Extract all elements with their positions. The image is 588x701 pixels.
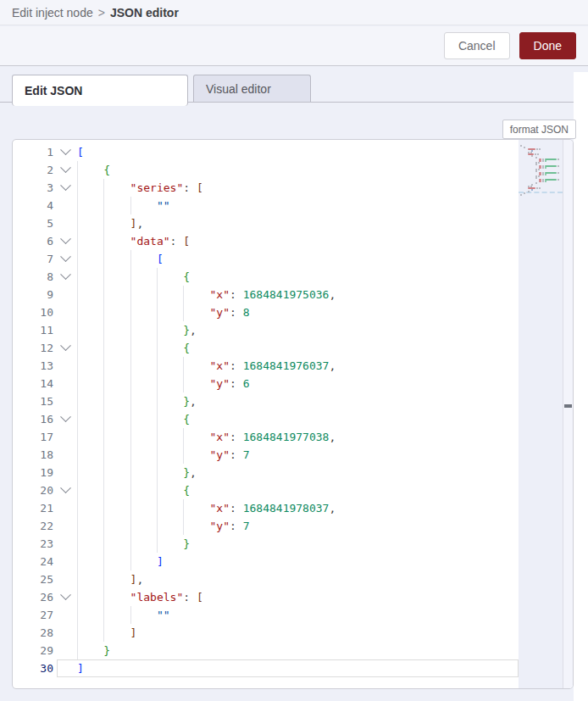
indent-guide	[103, 286, 104, 303]
code-line[interactable]: 13"x": 1684841976037,	[13, 357, 519, 375]
json-code-editor[interactable]: 1[2{3"series": [4""5],6"data": [7[8{9"x"…	[12, 139, 574, 689]
code-line[interactable]: 28]	[13, 624, 519, 642]
code-text[interactable]: [	[77, 143, 519, 161]
code-line[interactable]: 19},	[13, 464, 519, 481]
code-text[interactable]: {	[77, 410, 519, 428]
code-text[interactable]: {	[77, 268, 519, 286]
tab-edit-json[interactable]: Edit JSON	[12, 75, 188, 106]
code-text[interactable]: ""	[77, 197, 519, 214]
indent-guide	[157, 375, 158, 392]
code-text[interactable]: }	[77, 535, 519, 553]
indent-guide	[130, 517, 131, 535]
code-line[interactable]: 20{	[13, 481, 519, 499]
code-text[interactable]: "series": [	[77, 179, 519, 197]
fold-chevron-down-icon[interactable]	[60, 233, 71, 244]
action-button-bar: Cancel Done	[0, 26, 588, 66]
indent-guide	[77, 464, 78, 481]
editor-scrollbar-thumb[interactable]	[564, 404, 572, 408]
code-text[interactable]: "y": 8	[77, 303, 519, 321]
code-text[interactable]: "data": [	[77, 232, 519, 250]
indent-guide	[130, 481, 131, 499]
code-text[interactable]: "x": 1684841976037,	[77, 357, 519, 375]
fold-chevron-down-icon[interactable]	[60, 411, 71, 422]
code-line[interactable]: 30]	[13, 659, 519, 677]
code-lines[interactable]: 1[2{3"series": [4""5],6"data": [7[8{9"x"…	[13, 140, 519, 688]
code-text[interactable]: "y": 6	[77, 375, 519, 392]
code-text[interactable]: "x": 1684841975036,	[77, 286, 519, 303]
fold-chevron-down-icon[interactable]	[60, 251, 71, 262]
code-text[interactable]: ]	[77, 624, 519, 642]
indent-guide	[130, 357, 131, 375]
code-text[interactable]: {	[77, 339, 519, 357]
fold-chevron-down-icon[interactable]	[60, 269, 71, 280]
indent-guide	[157, 339, 158, 357]
code-line[interactable]: 29}	[13, 642, 519, 659]
editor-scrollbar-track[interactable]	[563, 140, 573, 688]
code-line[interactable]: 12{	[13, 339, 519, 357]
code-text[interactable]: "labels": [	[77, 588, 519, 606]
code-line[interactable]: 18"y": 7	[13, 446, 519, 464]
code-line[interactable]: 5],	[13, 214, 519, 232]
fold-chevron-down-icon[interactable]	[60, 589, 71, 600]
indent-guide	[130, 286, 131, 303]
code-text[interactable]: "y": 7	[77, 517, 519, 535]
code-text[interactable]: [	[77, 250, 519, 268]
code-line[interactable]: 14"y": 6	[13, 375, 519, 392]
breadcrumb-parent[interactable]: Edit inject node	[12, 6, 93, 19]
code-line[interactable]: 11},	[13, 321, 519, 339]
code-text[interactable]: },	[77, 392, 519, 410]
code-line[interactable]: 6"data": [	[13, 232, 519, 250]
tab-visual-editor[interactable]: Visual editor	[193, 75, 311, 102]
cancel-button[interactable]: Cancel	[444, 32, 510, 59]
code-line[interactable]: 27""	[13, 606, 519, 624]
code-text[interactable]: "x": 1684841978037,	[77, 499, 519, 517]
line-number: 8	[13, 268, 53, 286]
done-button[interactable]: Done	[519, 32, 576, 59]
indent-guide	[77, 321, 78, 339]
line-number: 19	[13, 464, 53, 481]
code-text[interactable]: "y": 7	[77, 446, 519, 464]
code-line[interactable]: 22"y": 7	[13, 517, 519, 535]
code-line[interactable]: 4""	[13, 197, 519, 214]
code-text[interactable]: {	[77, 481, 519, 499]
code-text[interactable]: ],	[77, 214, 519, 232]
code-line[interactable]: 23}	[13, 535, 519, 553]
code-line[interactable]: 16{	[13, 410, 519, 428]
code-line[interactable]: 2{	[13, 161, 519, 179]
indent-guide	[130, 250, 131, 268]
code-text[interactable]: ]	[77, 659, 519, 677]
indent-guide	[130, 268, 131, 286]
code-line[interactable]: 15},	[13, 392, 519, 410]
code-line[interactable]: 7[	[13, 250, 519, 268]
code-line[interactable]: 21"x": 1684841978037,	[13, 499, 519, 517]
indent-guide	[130, 410, 131, 428]
code-text[interactable]: ]	[77, 553, 519, 570]
code-text[interactable]: },	[77, 321, 519, 339]
code-text[interactable]: {	[77, 161, 519, 179]
code-line[interactable]: 17"x": 1684841977038,	[13, 428, 519, 446]
code-text[interactable]: }	[77, 642, 519, 659]
fold-chevron-down-icon[interactable]	[60, 180, 71, 191]
fold-chevron-down-icon[interactable]	[60, 340, 71, 351]
format-json-button[interactable]: format JSON	[502, 120, 576, 139]
code-text[interactable]: ],	[77, 570, 519, 588]
code-text[interactable]: ""	[77, 606, 519, 624]
code-text[interactable]: },	[77, 464, 519, 481]
code-line[interactable]: 26"labels": [	[13, 588, 519, 606]
code-line[interactable]: 25],	[13, 570, 519, 588]
code-line[interactable]: 3"series": [	[13, 179, 519, 197]
fold-chevron-down-icon[interactable]	[60, 162, 71, 173]
indent-guide	[77, 161, 78, 179]
editor-minimap[interactable]	[519, 140, 563, 688]
code-text[interactable]: "x": 1684841977038,	[77, 428, 519, 446]
indent-guide	[77, 553, 78, 570]
code-line[interactable]: 9"x": 1684841975036,	[13, 286, 519, 303]
fold-chevron-down-icon[interactable]	[60, 144, 71, 155]
code-line[interactable]: 10"y": 8	[13, 303, 519, 321]
code-line[interactable]: 24]	[13, 553, 519, 570]
indent-guide	[183, 446, 184, 464]
code-line[interactable]: 1[	[13, 143, 519, 161]
minimap-line	[539, 167, 546, 169]
fold-chevron-down-icon[interactable]	[60, 482, 71, 493]
code-line[interactable]: 8{	[13, 268, 519, 286]
